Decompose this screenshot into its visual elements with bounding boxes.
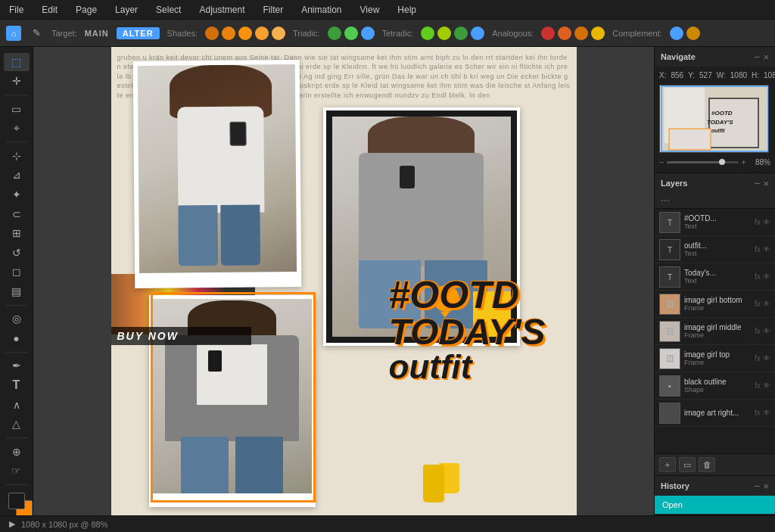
add-layer-btn[interactable]: + — [659, 457, 676, 472]
menu-help[interactable]: Help — [394, 3, 419, 17]
layer-fx-btn[interactable]: fx — [755, 218, 761, 226]
tetradic-color-2[interactable] — [437, 26, 451, 40]
color-swatches[interactable] — [8, 493, 25, 509]
zoom-thumb[interactable] — [719, 159, 725, 165]
menu-layer[interactable]: Layer — [112, 3, 141, 17]
nav-thumbnail[interactable]: #OOTD TODAY'S outfit — [659, 85, 769, 153]
canvas-area[interactable]: gruben u krän keit devor cht unem aus Se… — [33, 47, 654, 515]
move-tool[interactable]: ✛ — [4, 73, 30, 91]
layer-item[interactable]: T outfit... Text fx 👁 — [655, 236, 775, 263]
home-icon[interactable]: ⌂ — [6, 26, 21, 41]
menu-edit[interactable]: Edit — [39, 3, 61, 17]
menu-page[interactable]: Page — [73, 3, 100, 17]
layers-minus-btn[interactable]: − — [755, 178, 761, 189]
layer-fx-btn[interactable]: fx — [755, 354, 761, 362]
tetradic-color-4[interactable] — [471, 26, 484, 40]
eraser-tool[interactable]: ◻ — [4, 263, 30, 282]
select-tool[interactable]: ⬚ — [4, 53, 30, 71]
pen-tool[interactable]: ✒ — [4, 357, 30, 375]
layer-visibility-btn[interactable]: 👁 — [763, 381, 770, 390]
layer-visibility-btn[interactable]: 👁 — [763, 245, 770, 254]
navigate-close-btn[interactable]: × — [763, 51, 769, 63]
complement-color-1[interactable] — [670, 26, 683, 40]
history-minus-btn[interactable]: − — [755, 481, 761, 492]
shade-color-4[interactable] — [255, 26, 269, 40]
menu-view[interactable]: View — [357, 3, 383, 17]
group-layer-btn[interactable]: ▭ — [679, 457, 696, 472]
triadic-color-1[interactable] — [328, 26, 341, 40]
target-main[interactable]: MAIN — [85, 29, 109, 38]
brush-tool[interactable]: ⊂ — [4, 205, 30, 223]
triadic-color-2[interactable] — [344, 26, 358, 40]
analogous-color-3[interactable] — [574, 26, 588, 40]
tetradic-color-1[interactable] — [421, 26, 434, 40]
target-alter[interactable]: ALTER — [117, 27, 160, 39]
history-brush-tool[interactable]: ↺ — [4, 244, 30, 262]
analogous-color-4[interactable] — [591, 26, 605, 40]
analogous-color-2[interactable] — [558, 26, 571, 40]
shape-tool[interactable]: △ — [4, 415, 30, 433]
menu-file[interactable]: File — [6, 3, 26, 17]
layer-list: T #OOTD... Text fx 👁 T outfit... Text fx… — [655, 209, 775, 453]
stamp-tool[interactable]: ⊞ — [4, 224, 30, 242]
layer-visibility-btn[interactable]: 👁 — [763, 300, 770, 308]
layer-fx-btn[interactable]: fx — [755, 272, 761, 281]
layer-name: image girl top — [684, 350, 751, 359]
foreground-color-swatch[interactable] — [8, 493, 25, 509]
play-btn[interactable]: ▶ — [9, 519, 15, 529]
layer-visibility-btn[interactable]: 👁 — [763, 327, 770, 335]
zoom-plus-icon[interactable]: + — [742, 157, 746, 166]
layers-options-btn[interactable]: ⋯ — [661, 195, 670, 206]
blur-tool[interactable]: ◎ — [4, 310, 30, 328]
analogous-color-1[interactable] — [541, 26, 555, 40]
menu-select[interactable]: Select — [153, 3, 184, 17]
tetradic-color-3[interactable] — [454, 26, 468, 40]
layer-item[interactable]: 🖼 image girl top Frame fx 👁 — [655, 345, 775, 372]
color-toolbar: ⌂ ✎ Target: MAIN ALTER Shades: Triadic: … — [0, 20, 775, 47]
marquee-tool[interactable]: ▭ — [4, 100, 30, 118]
dodge-tool[interactable]: ● — [4, 329, 30, 347]
lasso-tool[interactable]: ⌖ — [4, 120, 30, 138]
layer-fx-btn[interactable]: fx — [755, 381, 761, 390]
history-close-btn[interactable]: × — [763, 481, 769, 492]
menu-adjustment[interactable]: Adjustment — [196, 3, 247, 17]
layer-fx-btn[interactable]: fx — [755, 245, 761, 254]
layer-item[interactable]: 🖼 image girl bottom Frame fx 👁 — [655, 291, 775, 318]
layer-visibility-btn[interactable]: 👁 — [763, 354, 770, 362]
pencil-icon[interactable]: ✎ — [29, 26, 44, 41]
layer-item[interactable]: T Today's... Text fx 👁 — [655, 263, 775, 291]
complement-color-2[interactable] — [686, 26, 700, 40]
zoom-minus-icon[interactable]: − — [659, 157, 664, 166]
text-tool[interactable]: T — [4, 376, 30, 394]
history-item-open[interactable]: Open — [655, 496, 775, 515]
shade-color-2[interactable] — [222, 26, 235, 40]
hand-tool[interactable]: ☞ — [4, 462, 30, 481]
navigate-minus-btn[interactable]: − — [755, 51, 761, 63]
zoom-slider[interactable] — [667, 161, 738, 163]
layer-fx-btn[interactable]: fx — [755, 300, 761, 308]
layer-item[interactable]: T #OOTD... Text fx 👁 — [655, 209, 775, 236]
eyedropper-tool[interactable]: ⊿ — [4, 166, 30, 185]
layer-visibility-btn[interactable]: 👁 — [763, 218, 770, 226]
shade-color-5[interactable] — [272, 26, 285, 40]
shade-color-1[interactable] — [205, 26, 219, 40]
layer-item[interactable]: ▪ black outline Shape fx 👁 — [655, 372, 775, 400]
gradient-tool[interactable]: ▤ — [4, 282, 30, 300]
path-tool[interactable]: ∧ — [4, 396, 30, 414]
menu-animation[interactable]: Animation — [298, 3, 344, 17]
healing-tool[interactable]: ✦ — [4, 185, 30, 204]
shade-color-3[interactable] — [238, 26, 252, 40]
layer-item[interactable]: 🖼 image girl middle Frame fx 👁 — [655, 318, 775, 345]
menu-filter[interactable]: Filter — [260, 3, 286, 17]
layer-visibility-btn[interactable]: 👁 — [763, 272, 770, 281]
crop-tool[interactable]: ⊹ — [4, 147, 30, 165]
layer-item[interactable]: image art right... fx 👁 — [655, 400, 775, 427]
layers-close-btn[interactable]: × — [763, 178, 769, 189]
delete-layer-btn[interactable]: 🗑 — [699, 457, 715, 472]
history-title: History — [661, 481, 689, 490]
layer-fx-btn[interactable]: fx — [755, 409, 761, 417]
layer-visibility-btn[interactable]: 👁 — [763, 409, 770, 417]
zoom-tool[interactable]: ⊕ — [4, 443, 30, 461]
triadic-color-3[interactable] — [361, 26, 375, 40]
layer-fx-btn[interactable]: fx — [755, 327, 761, 335]
